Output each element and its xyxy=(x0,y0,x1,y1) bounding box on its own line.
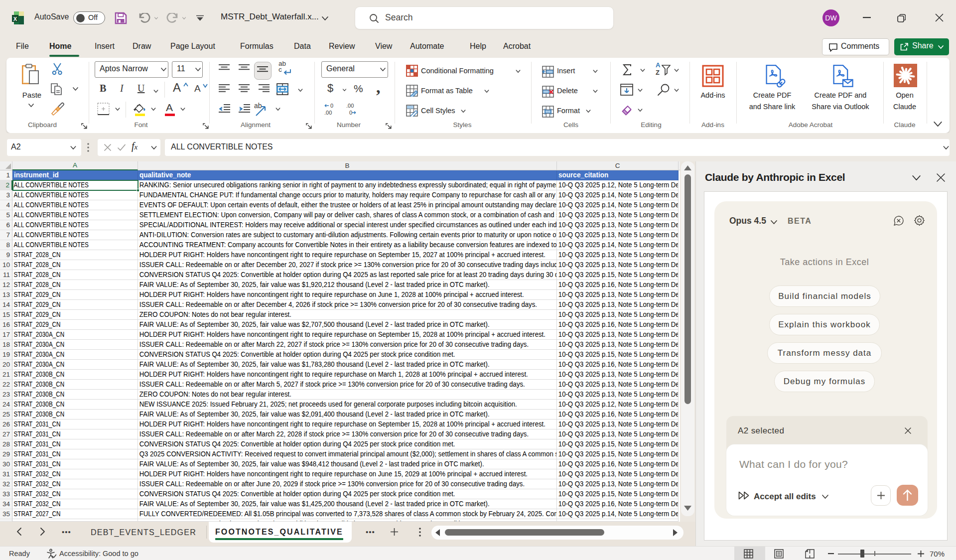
svg-text:.00: .00 xyxy=(324,110,332,116)
svg-text:X: X xyxy=(13,16,17,22)
svg-text:0: 0 xyxy=(330,103,333,109)
svg-text:.00: .00 xyxy=(346,103,354,109)
